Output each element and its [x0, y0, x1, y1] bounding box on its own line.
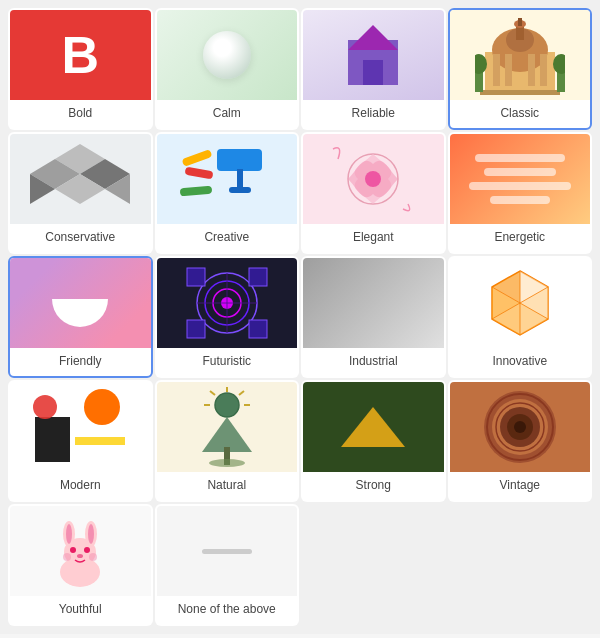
bold-icon: B [61, 29, 99, 81]
card-calm-label: Calm [157, 100, 298, 128]
svg-rect-11 [528, 54, 535, 86]
card-elegant[interactable]: Elegant [301, 132, 446, 254]
card-energetic[interactable]: Energetic [448, 132, 593, 254]
card-strong-image [303, 382, 444, 472]
card-calm[interactable]: Calm [155, 8, 300, 130]
modern-icon [30, 387, 130, 467]
calm-icon [203, 31, 251, 79]
svg-rect-4 [363, 60, 383, 85]
energy-line-3 [469, 182, 571, 190]
card-futuristic-label: Futuristic [157, 348, 298, 376]
card-conservative-label: Conservative [10, 224, 151, 252]
card-youthful-label: Youthful [10, 596, 151, 624]
energy-line-2 [484, 168, 556, 176]
energy-line-1 [475, 154, 565, 162]
svg-point-86 [84, 547, 90, 553]
svg-point-87 [77, 554, 83, 558]
svg-rect-20 [518, 18, 522, 26]
card-energetic-image [450, 134, 591, 224]
card-natural[interactable]: Natural [155, 380, 300, 502]
svg-rect-62 [75, 437, 125, 445]
card-creative-label: Creative [157, 224, 298, 252]
card-vintage-image [450, 382, 591, 472]
card-innovative[interactable]: Innovative [448, 256, 593, 378]
svg-point-60 [84, 389, 120, 425]
svg-point-76 [514, 421, 526, 433]
card-strong-label: Strong [303, 472, 444, 500]
svg-line-68 [239, 391, 244, 395]
elegant-icon [323, 139, 423, 219]
card-elegant-label: Elegant [303, 224, 444, 252]
card-calm-image [157, 10, 298, 100]
svg-rect-59 [35, 417, 70, 462]
card-conservative[interactable]: Conservative [8, 132, 153, 254]
youthful-icon [45, 514, 115, 589]
card-natural-label: Natural [157, 472, 298, 500]
card-industrial-image [303, 258, 444, 348]
card-conservative-image [10, 134, 151, 224]
svg-rect-29 [237, 169, 243, 189]
svg-rect-43 [249, 268, 267, 286]
svg-point-61 [33, 395, 57, 419]
card-innovative-image [450, 258, 591, 348]
card-vintage[interactable]: Vintage [448, 380, 593, 502]
svg-marker-64 [202, 417, 252, 452]
card-futuristic[interactable]: Futuristic [155, 256, 300, 378]
card-vintage-label: Vintage [450, 472, 591, 500]
strong-icon [341, 407, 405, 447]
card-friendly-image [10, 258, 151, 348]
card-reliable-image [303, 10, 444, 100]
svg-point-66 [209, 459, 245, 467]
card-creative-image [157, 134, 298, 224]
innovative-icon [480, 263, 560, 343]
svg-point-63 [215, 393, 239, 417]
svg-point-88 [63, 553, 71, 561]
card-modern[interactable]: Modern [8, 380, 153, 502]
card-youthful[interactable]: Youthful [8, 504, 153, 626]
card-classic[interactable]: Classic [448, 8, 593, 130]
industrial-icon [303, 258, 444, 348]
svg-point-35 [365, 171, 381, 187]
svg-point-84 [88, 524, 94, 544]
card-none[interactable]: None of the above [155, 504, 300, 626]
card-friendly[interactable]: Friendly [8, 256, 153, 378]
card-friendly-label: Friendly [10, 348, 151, 376]
svg-rect-9 [493, 54, 500, 86]
svg-rect-42 [187, 268, 205, 286]
card-reliable-label: Reliable [303, 100, 444, 128]
classic-icon [475, 12, 565, 98]
friendly-icon [52, 299, 108, 327]
svg-line-69 [210, 391, 215, 395]
card-none-image [157, 506, 298, 596]
svg-marker-5 [348, 25, 398, 50]
svg-point-89 [89, 553, 97, 561]
card-innovative-label: Innovative [450, 348, 591, 376]
svg-rect-27 [217, 149, 262, 171]
card-classic-label: Classic [450, 100, 591, 128]
futuristic-icon [182, 263, 272, 343]
card-futuristic-image [157, 258, 298, 348]
svg-rect-12 [540, 54, 547, 86]
svg-point-82 [66, 524, 72, 544]
card-industrial[interactable]: Industrial [301, 256, 446, 378]
card-natural-image [157, 382, 298, 472]
card-youthful-image [10, 506, 151, 596]
card-strong[interactable]: Strong [301, 380, 446, 502]
card-energetic-label: Energetic [450, 224, 591, 252]
svg-rect-33 [179, 186, 212, 197]
creative-icon [177, 139, 277, 219]
card-bold-image: B [10, 10, 151, 100]
card-elegant-image [303, 134, 444, 224]
card-none-label: None of the above [157, 596, 298, 624]
svg-point-85 [70, 547, 76, 553]
reliable-icon [343, 20, 403, 90]
card-bold[interactable]: B Bold [8, 8, 153, 130]
svg-rect-45 [249, 320, 267, 338]
card-reliable[interactable]: Reliable [301, 8, 446, 130]
card-creative[interactable]: Creative [155, 132, 300, 254]
svg-rect-44 [187, 320, 205, 338]
svg-rect-10 [505, 54, 512, 86]
svg-rect-13 [480, 90, 560, 95]
natural-icon [182, 387, 272, 467]
svg-rect-31 [181, 149, 212, 167]
